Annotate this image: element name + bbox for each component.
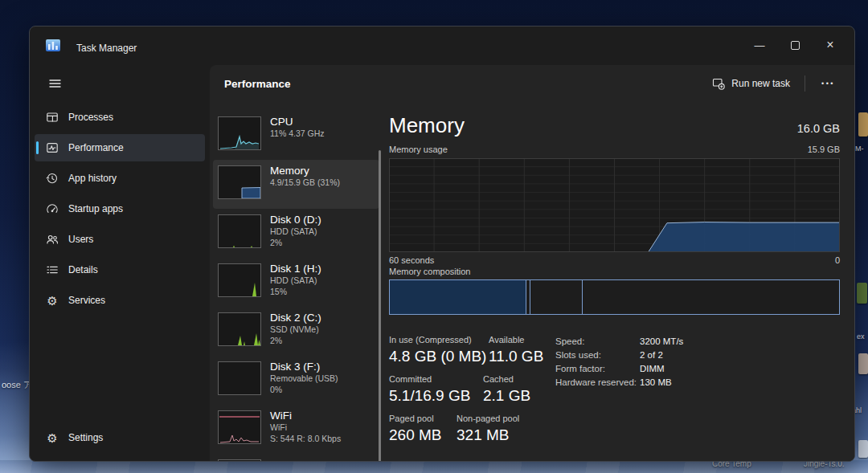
- sidebar-item-processes[interactable]: Processes: [35, 104, 205, 131]
- stat-value: 11.0 GB: [489, 348, 543, 365]
- content-panel: Performance Run new task •••: [210, 65, 854, 461]
- sidebar-item-users[interactable]: Users: [35, 226, 205, 253]
- close-button[interactable]: ×: [816, 35, 845, 55]
- stat-value: 5.1/16.9 GB: [389, 387, 470, 405]
- run-new-task-button[interactable]: Run new task: [706, 74, 796, 93]
- cpu-mini-graph: [218, 116, 261, 150]
- desktop-icon[interactable]: [858, 440, 868, 458]
- performance-resource-list: CPU 11% 4.37 GHz Memory 4.9/15.9 GB (31%…: [210, 104, 383, 461]
- run-new-task-icon: [712, 77, 725, 90]
- stat-label: Paged pool: [389, 414, 441, 423]
- memory-usage-graph[interactable]: [389, 158, 840, 252]
- more-options-button[interactable]: •••: [813, 76, 843, 91]
- header-divider: [805, 75, 805, 92]
- disk3-mini-graph: [218, 361, 261, 395]
- titlebar: Task Manager — ×: [30, 27, 854, 65]
- sidebar-item-label: Processes: [68, 112, 113, 123]
- resource-subtitle: S: 544 R: 8.0 Kbps: [270, 434, 341, 445]
- memory-mini-graph: [218, 165, 261, 199]
- memory-usage-label: Memory usage: [389, 145, 448, 154]
- navigation-menu-button[interactable]: [41, 71, 68, 96]
- task-manager-app-icon: [46, 39, 60, 51]
- sidebar-item-label: App history: [68, 173, 117, 184]
- resource-subtitle: 11% 4.37 GHz: [270, 128, 325, 140]
- list-item-disk2[interactable]: Disk 2 (C:) SSD (NVMe) 2%: [213, 307, 379, 356]
- minimize-button[interactable]: —: [745, 35, 774, 55]
- list-item-wifi[interactable]: WiFi WiFi S: 544 R: 8.0 Kbps: [213, 405, 379, 454]
- resource-subtitle: WiFi: [270, 422, 341, 434]
- disk2-mini-graph: [218, 312, 261, 346]
- startup-apps-icon: [46, 202, 59, 215]
- list-scrollbar[interactable]: [379, 150, 381, 462]
- composition-segment-in-use: [390, 280, 526, 314]
- hamburger-icon: [48, 77, 62, 90]
- list-item-disk0[interactable]: Disk 0 (D:) HDD (SATA) 2%: [213, 209, 379, 258]
- stat-value: 260 MB: [389, 426, 441, 444]
- list-item-cpu[interactable]: CPU 11% 4.37 GHz: [213, 111, 379, 160]
- close-icon: ×: [826, 39, 833, 51]
- disk1-mini-graph: [218, 263, 261, 297]
- resource-title: Disk 2 (C:): [270, 311, 321, 324]
- resource-title: Disk 1 (H:): [270, 262, 321, 275]
- page-title: Performance: [224, 78, 291, 90]
- resource-title: GPU 0: [270, 458, 303, 462]
- resource-title: WiFi: [270, 409, 341, 422]
- detail-value: 3200 MT/s: [640, 336, 683, 346]
- sidebar-item-settings[interactable]: ⚙ Settings: [35, 424, 205, 451]
- sidebar-item-details[interactable]: Details: [35, 256, 205, 283]
- desktop-icon-label[interactable]: oose ア: [2, 379, 32, 391]
- stat-value: 321 MB: [457, 426, 519, 444]
- resource-subtitle: 0%: [270, 385, 338, 396]
- sidebar-item-label: Services: [68, 295, 105, 306]
- processes-icon: [46, 111, 59, 124]
- resource-title: Memory: [270, 164, 340, 177]
- resource-subtitle: Removable (USB): [270, 373, 338, 385]
- resource-subtitle: 2%: [270, 336, 321, 347]
- sidebar-item-label: Settings: [68, 432, 103, 443]
- stat-label: Available: [489, 335, 543, 345]
- task-manager-window: Task Manager — × Processes: [29, 26, 855, 462]
- stat-label: In use (Compressed): [389, 335, 486, 345]
- app-history-icon: [46, 172, 59, 185]
- sidebar-item-startup-apps[interactable]: Startup apps: [35, 195, 205, 222]
- list-item-disk3[interactable]: Disk 3 (F:) Removable (USB) 0%: [213, 356, 379, 405]
- list-item-gpu0[interactable]: GPU 0: [213, 454, 379, 462]
- stat-label: Non-paged pool: [457, 414, 519, 423]
- timeline-left-label: 60 seconds: [389, 255, 434, 265]
- stat-value: 2.1 GB: [483, 387, 530, 405]
- detail-value: DIMM: [640, 364, 665, 373]
- maximize-icon: [791, 41, 800, 50]
- selected-accent-bar: [36, 141, 39, 154]
- resource-subtitle: HDD (SATA): [270, 275, 321, 287]
- stat-value: 4.8 GB (0 MB): [389, 348, 486, 365]
- sidebar-item-services[interactable]: ⚙ Services: [35, 287, 205, 314]
- maximize-button[interactable]: [780, 35, 809, 55]
- sidebar-item-label: Startup apps: [68, 203, 123, 214]
- memory-composition-bar[interactable]: [389, 279, 840, 315]
- list-item-disk1[interactable]: Disk 1 (H:) HDD (SATA) 15%: [213, 258, 379, 307]
- resource-subtitle: 15%: [270, 287, 321, 298]
- desktop-icon-label[interactable]: M-: [855, 145, 864, 153]
- users-icon: [46, 233, 59, 246]
- desktop-icon[interactable]: [858, 112, 868, 137]
- list-item-memory[interactable]: Memory 4.9/15.9 GB (31%): [213, 160, 379, 209]
- resource-subtitle: 4.9/15.9 GB (31%): [270, 177, 340, 189]
- memory-title: Memory: [389, 113, 465, 137]
- detail-label: Hardware reserved:: [555, 377, 637, 387]
- desktop-icon[interactable]: [858, 353, 868, 374]
- sidebar: Processes Performance App history: [30, 65, 210, 461]
- desktop-icon[interactable]: [857, 283, 867, 304]
- disk0-mini-graph: [218, 214, 261, 248]
- sidebar-item-app-history[interactable]: App history: [35, 165, 205, 192]
- desktop-icon-label[interactable]: ex: [857, 332, 865, 340]
- resource-subtitle: SSD (NVMe): [270, 324, 321, 336]
- memory-composition-label: Memory composition: [389, 267, 470, 276]
- stat-label: Committed: [389, 374, 470, 384]
- sidebar-item-performance[interactable]: Performance: [35, 134, 205, 161]
- services-icon: ⚙: [46, 294, 59, 307]
- resource-title: Disk 3 (F:): [270, 360, 338, 373]
- stat-label: Cached: [483, 374, 530, 384]
- run-new-task-label: Run new task: [731, 78, 790, 89]
- detail-value: 130 MB: [640, 377, 672, 387]
- memory-total-capacity: 16.0 GB: [797, 122, 840, 137]
